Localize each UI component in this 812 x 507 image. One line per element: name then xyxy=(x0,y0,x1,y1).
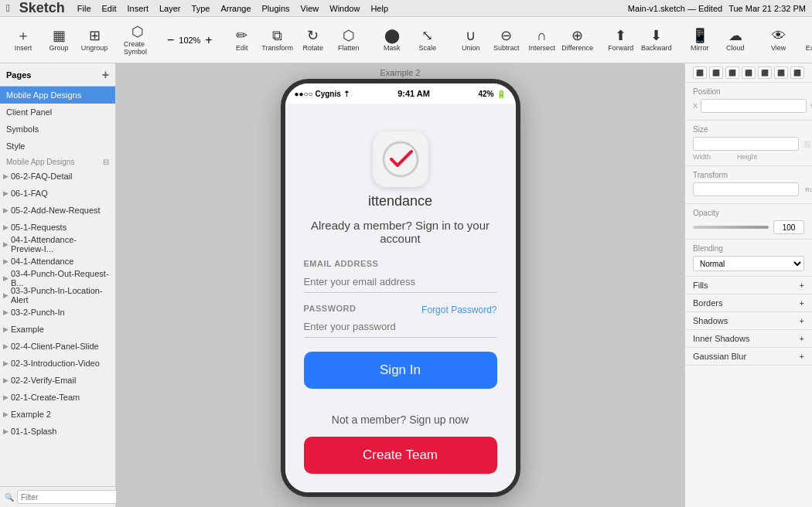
layer-02-2[interactable]: ▶02-2-Verify-Email xyxy=(0,372,115,389)
pages-header: Pages + xyxy=(0,63,115,87)
edit-button[interactable]: ✏ Edit xyxy=(225,20,259,60)
gaussian-blur-add-icon[interactable]: + xyxy=(800,352,804,361)
opacity-row xyxy=(693,220,804,234)
zoom-value[interactable]: 102% xyxy=(176,36,203,45)
arrow-icon: ▶ xyxy=(3,308,9,316)
align-left-button[interactable]: ⬛ xyxy=(693,66,707,79)
canvas-area[interactable]: Example 2 ●●○○ Cygnis ⇡ 9:41 AM 42% 🔋 xyxy=(116,63,684,507)
menu-arrange[interactable]: Arrange xyxy=(220,4,251,13)
align-center-v-button[interactable]: ⬛ xyxy=(758,66,772,79)
menu-window[interactable]: Window xyxy=(329,4,360,13)
difference-button[interactable]: ⊕ Difference xyxy=(561,20,595,60)
password-field-label: PASSWORD xyxy=(304,304,357,313)
arrow-icon: ▶ xyxy=(3,189,9,197)
layer-03-4[interactable]: ▶03-4-Punch-Out-Request-B... xyxy=(0,270,115,287)
menu-insert[interactable]: Insert xyxy=(127,4,148,13)
cloud-button[interactable]: ☁ Cloud xyxy=(718,20,752,60)
x-input[interactable] xyxy=(701,99,807,113)
inner-shadows-add-icon[interactable]: + xyxy=(800,334,804,343)
fills-add-icon[interactable]: + xyxy=(800,281,804,290)
subtract-button[interactable]: ⊖ Subtract xyxy=(490,20,524,60)
layer-02-3[interactable]: ▶02-3-Introduction-Video xyxy=(0,355,115,372)
mirror-button[interactable]: 📱 Mirror xyxy=(683,20,717,60)
sidebar-item-client-panel[interactable]: Client Panel xyxy=(0,104,115,121)
layer-04-1[interactable]: ▶04-1-Attendance xyxy=(0,253,115,270)
shadows-section[interactable]: Shadows + xyxy=(685,312,812,330)
layer-04-1-preview[interactable]: ▶04-1-Attendance-Preview-I... xyxy=(0,236,115,253)
forward-button[interactable]: ⬆ Forward xyxy=(604,20,638,60)
layer-01-1[interactable]: ▶01-1-Splash xyxy=(0,423,115,440)
cloud-icon: ☁ xyxy=(728,29,742,43)
gaussian-blur-section[interactable]: Gaussian Blur + xyxy=(685,348,812,366)
email-input[interactable] xyxy=(304,271,497,293)
right-panel: ⬛ ⬛ ⬛ ⬛ ⬛ ⬛ ⬛ Position X Y Size ⛓ xyxy=(684,63,812,507)
menu-help[interactable]: Help xyxy=(370,4,388,13)
union-button[interactable]: ∪ Union xyxy=(454,20,488,60)
size-row: ⛓ xyxy=(693,137,804,151)
view-icon: 👁 xyxy=(772,29,786,43)
password-input[interactable] xyxy=(304,316,497,338)
export-button[interactable]: ⬆ Export xyxy=(799,20,812,60)
app-name: Sketch xyxy=(19,0,65,16)
main-layout: Pages + Mobile App Designs Client Panel … xyxy=(0,63,812,507)
menu-edit[interactable]: Edit xyxy=(102,4,117,13)
mask-button[interactable]: ⬤ Mask xyxy=(375,20,409,60)
insert-button[interactable]: ＋ Insert xyxy=(6,20,40,60)
signin-button[interactable]: Sign In xyxy=(304,352,497,389)
layer-05-1[interactable]: ▶05-1-Requests xyxy=(0,219,115,236)
align-bottom-button[interactable]: ⬛ xyxy=(774,66,788,79)
link-icon[interactable]: ⛓ xyxy=(803,140,811,148)
align-right-button[interactable]: ⬛ xyxy=(725,66,739,79)
menu-view[interactable]: View xyxy=(301,4,319,13)
flatten-button[interactable]: ⬡ Flatten xyxy=(332,20,366,60)
menu-layer[interactable]: Layer xyxy=(159,4,181,13)
menu-type[interactable]: Type xyxy=(192,4,210,13)
zoom-in-button[interactable]: + xyxy=(205,34,212,46)
layer-02-1[interactable]: ▶02-1-Create-Team xyxy=(0,389,115,406)
shadows-add-icon[interactable]: + xyxy=(800,316,804,325)
create-symbol-button[interactable]: ⬡ Create Symbol xyxy=(121,20,155,60)
menu-plugins[interactable]: Plugins xyxy=(262,4,290,13)
layer-02-4[interactable]: ▶02-4-Client-Panel-Slide xyxy=(0,338,115,355)
blending-select[interactable]: Normal xyxy=(693,256,804,271)
layer-03-3[interactable]: ▶03-3-Punch-In-Location-Alert xyxy=(0,287,115,304)
width-input[interactable] xyxy=(693,137,799,151)
ungroup-button[interactable]: ⊞ Ungroup xyxy=(77,20,111,60)
forgot-password-link[interactable]: Forgot Password? xyxy=(421,305,496,315)
add-page-button[interactable]: + xyxy=(102,69,109,81)
rotate-button[interactable]: ↻ Rotate xyxy=(296,20,330,60)
layer-03-2[interactable]: ▶03-2-Punch-In xyxy=(0,304,115,321)
section-collapse-icon[interactable]: ⊟ xyxy=(103,158,109,166)
layer-06-1[interactable]: ▶06-1-FAQ xyxy=(0,185,115,202)
borders-add-icon[interactable]: + xyxy=(800,298,804,308)
inner-shadows-section[interactable]: Inner Shadows + xyxy=(685,330,812,348)
view-button[interactable]: 👁 View xyxy=(762,20,796,60)
sidebar-item-mobile-app-designs[interactable]: Mobile App Designs xyxy=(0,87,115,104)
zoom-out-button[interactable]: − xyxy=(167,34,174,46)
intersect-button[interactable]: ∩ Intersect xyxy=(525,20,559,60)
layer-example-2[interactable]: ▶Example 2 xyxy=(0,406,115,423)
scale-button[interactable]: ⤡ Scale xyxy=(411,20,445,60)
rotate-input[interactable] xyxy=(693,182,799,196)
align-top-button[interactable]: ⬛ xyxy=(742,66,756,79)
layer-06-2[interactable]: ▶06-2-FAQ-Detail xyxy=(0,168,115,185)
align-center-h-button[interactable]: ⬛ xyxy=(709,66,723,79)
borders-section[interactable]: Borders + xyxy=(685,294,812,312)
menu-file[interactable]: File xyxy=(77,4,91,13)
layer-05-2[interactable]: ▶05-2-Add-New-Request xyxy=(0,202,115,219)
arrow-icon: ▶ xyxy=(3,410,9,418)
transform-button[interactable]: ⧉ Transform xyxy=(261,20,295,60)
create-team-button[interactable]: Create Team xyxy=(304,437,497,474)
distribute-h-button[interactable]: ⬛ xyxy=(790,66,804,79)
opacity-input[interactable] xyxy=(773,220,804,234)
fills-section[interactable]: Fills + xyxy=(685,277,812,294)
sidebar-item-style[interactable]: Style xyxy=(0,138,115,155)
group-button[interactable]: ▦ Group xyxy=(42,20,76,60)
password-field-group: PASSWORD Forgot Password? xyxy=(304,304,497,338)
backward-button[interactable]: ⬇ Backward xyxy=(640,20,674,60)
sidebar-item-symbols[interactable]: Symbols xyxy=(0,121,115,138)
rotate-sub-label: Rotate xyxy=(805,186,812,193)
layer-example[interactable]: ▶Example xyxy=(0,321,115,338)
filter-input[interactable] xyxy=(17,490,123,504)
opacity-slider[interactable] xyxy=(693,226,769,229)
